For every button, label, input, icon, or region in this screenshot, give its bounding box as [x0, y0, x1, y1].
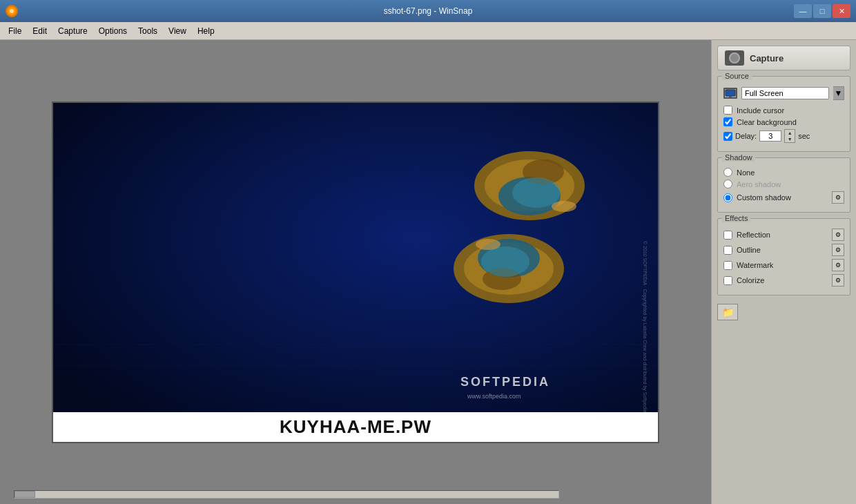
canvas-area: SOFTPEDIA www.softpedia.com © 2010 SOFTP…: [0, 40, 711, 504]
colorize-settings-button[interactable]: ⚙: [832, 274, 844, 287]
svg-text:© 2010 SOFTPEDIA · Copyrighted: © 2010 SOFTPEDIA · Copyrighted by Labell…: [642, 241, 648, 414]
delay-label: Delay:: [735, 132, 757, 140]
outline-label: Outline: [737, 246, 832, 254]
dropdown-arrow[interactable]: ▼: [833, 86, 844, 100]
watermark-checkbox[interactable]: [723, 261, 732, 270]
reflection-checkbox[interactable]: [723, 231, 732, 240]
svg-text:www.softpedia.com: www.softpedia.com: [467, 393, 521, 400]
menu-tools[interactable]: Tools: [133, 24, 163, 38]
svg-rect-2: [53, 103, 658, 442]
maximize-button[interactable]: □: [813, 4, 831, 18]
delay-down-button[interactable]: ▼: [785, 136, 795, 142]
menu-help[interactable]: Help: [192, 24, 220, 38]
menu-options[interactable]: Options: [93, 24, 133, 38]
svg-point-1: [10, 9, 14, 13]
include-cursor-row: Include cursor: [723, 106, 844, 115]
menu-view[interactable]: View: [163, 24, 192, 38]
source-value: Full Screen: [745, 89, 784, 97]
window-title: sshot-67.png - WinSnap: [384, 6, 473, 16]
capture-label: Capture: [750, 53, 784, 64]
colorize-label: Colorize: [737, 276, 832, 284]
delay-input[interactable]: [759, 130, 781, 142]
delay-checkbox[interactable]: [723, 132, 732, 141]
app-icon: [6, 5, 18, 17]
outline-row: Outline ⚙: [723, 244, 844, 256]
outline-checkbox[interactable]: [723, 246, 732, 255]
preview-image: SOFTPEDIA www.softpedia.com © 2010 SOFTP…: [52, 101, 659, 443]
reflection-row: Reflection ⚙: [723, 229, 844, 241]
main-content: SOFTPEDIA www.softpedia.com © 2010 SOFTP…: [0, 40, 856, 504]
shadow-group-label: Shadow: [722, 153, 755, 162]
svg-rect-21: [729, 96, 732, 97]
title-bar: sshot-67.png - WinSnap — □ ✕: [0, 0, 856, 22]
watermark-row: Watermark ⚙: [723, 259, 844, 271]
source-dropdown[interactable]: Full Screen: [741, 87, 829, 99]
capture-button[interactable]: Capture: [717, 46, 850, 70]
delay-spinner: ▲ ▼: [784, 129, 795, 143]
delay-row: Delay: ▲ ▼ sec: [723, 129, 844, 143]
clear-background-row: Clear background: [723, 117, 844, 126]
menu-capture[interactable]: Capture: [52, 24, 93, 38]
shadow-aero-label: Aero shadow: [737, 180, 781, 188]
shadow-none-label: None: [737, 168, 755, 177]
source-group-label: Source: [722, 72, 752, 80]
shadow-none-radio[interactable]: [723, 168, 732, 177]
effects-group-label: Effects: [722, 214, 750, 222]
shadow-aero-row: Aero shadow: [723, 180, 844, 188]
camera-icon: [725, 50, 744, 66]
source-group: Source Full Screen ▼ Include cursor Clea…: [717, 76, 850, 152]
window-controls: — □ ✕: [794, 4, 850, 18]
shadow-custom-label: Custom shadow: [737, 193, 791, 202]
menu-edit[interactable]: Edit: [27, 24, 52, 38]
clear-background-checkbox[interactable]: [723, 117, 732, 126]
menu-bar: File Edit Capture Options Tools View Hel…: [0, 22, 856, 40]
shadow-settings-button[interactable]: ⚙: [832, 191, 844, 204]
svg-point-16: [476, 239, 500, 250]
bottom-area: 📁: [717, 304, 850, 320]
clear-background-label: Clear background: [737, 118, 797, 126]
source-row: Full Screen ▼: [723, 86, 844, 100]
menu-file[interactable]: File: [3, 24, 27, 38]
minimize-button[interactable]: —: [794, 4, 812, 18]
svg-point-14: [481, 246, 529, 277]
side-panel: Capture Source Full Screen ▼ Include cur…: [711, 40, 856, 504]
include-cursor-label: Include cursor: [737, 106, 784, 115]
shadow-custom-radio[interactable]: [723, 193, 732, 202]
monitor-icon: [723, 88, 737, 99]
shadow-none-row: None: [723, 168, 844, 177]
shadow-custom-row: Custom shadow ⚙: [723, 191, 844, 204]
watermark-overlay: KUYHAA-ME.PW: [53, 412, 658, 442]
shadow-group: Shadow None Aero shadow Custom shadow ⚙: [717, 157, 850, 213]
delay-unit-label: sec: [798, 132, 810, 140]
colorize-row: Colorize ⚙: [723, 274, 844, 287]
folder-button[interactable]: 📁: [717, 304, 738, 320]
svg-point-15: [552, 201, 576, 212]
watermark-text: KUYHAA-ME.PW: [280, 416, 431, 437]
shadow-aero-radio[interactable]: [723, 180, 732, 188]
include-cursor-checkbox[interactable]: [723, 106, 732, 115]
scroll-thumb[interactable]: [14, 491, 35, 498]
reflection-settings-button[interactable]: ⚙: [832, 229, 844, 241]
horizontal-scrollbar[interactable]: [14, 490, 559, 498]
svg-text:SOFTPEDIA: SOFTPEDIA: [460, 375, 550, 389]
delay-up-button[interactable]: ▲: [785, 130, 795, 136]
outline-settings-button[interactable]: ⚙: [832, 244, 844, 256]
svg-rect-20: [726, 90, 735, 96]
effects-group: Effects Reflection ⚙ Outline ⚙ Watermark…: [717, 218, 850, 295]
svg-point-13: [512, 177, 561, 208]
close-button[interactable]: ✕: [833, 4, 850, 18]
watermark-label: Watermark: [737, 261, 832, 269]
reflection-label: Reflection: [737, 231, 832, 239]
colorize-checkbox[interactable]: [723, 276, 732, 285]
watermark-settings-button[interactable]: ⚙: [832, 259, 844, 271]
